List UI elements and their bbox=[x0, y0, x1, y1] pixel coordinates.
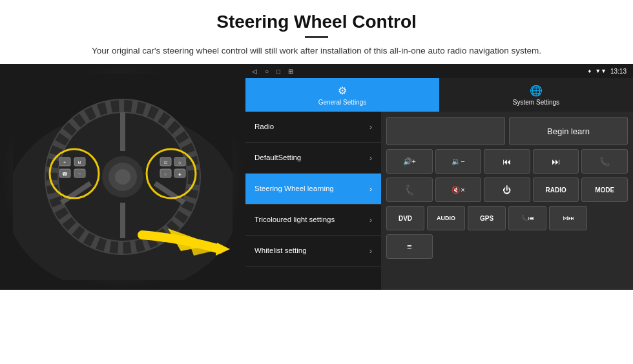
phone-button[interactable]: 📞 bbox=[581, 149, 628, 174]
svg-text:○: ○ bbox=[164, 172, 167, 176]
vol-down-button[interactable]: 🔉− bbox=[435, 149, 482, 174]
clock: 13:13 bbox=[610, 68, 627, 75]
location-icon: ♦ bbox=[588, 68, 592, 74]
steering-wheel-graphic: + M ☎ − ⊡ ◇ ○ ◈ bbox=[13, 74, 233, 280]
status-right: ♦ ▼▼ 13:13 bbox=[588, 68, 627, 75]
phone-prev-icon: 📞⏮ bbox=[521, 215, 534, 221]
tab-system[interactable]: 🌐 System Settings bbox=[439, 78, 633, 112]
power-button[interactable]: ⏻ bbox=[484, 177, 530, 202]
icon-row-4: ≡ bbox=[386, 234, 628, 259]
status-left: ◁ ○ □ ⊞ bbox=[252, 68, 293, 75]
svg-text:☎: ☎ bbox=[62, 172, 68, 176]
menu-whitelist-arrow: › bbox=[369, 247, 372, 256]
vol-up-icon: 🔊+ bbox=[403, 157, 416, 166]
subtitle: Your original car's steering wheel contr… bbox=[71, 45, 562, 57]
menu-steering-label: Steering Wheel learning bbox=[254, 184, 334, 194]
car-image-section: + M ☎ − ⊡ ◇ ○ ◈ bbox=[0, 64, 245, 290]
next-track-button[interactable]: ⏭ bbox=[533, 149, 579, 174]
next-track-icon: ⏭ bbox=[552, 157, 560, 167]
menu-steering-arrow: › bbox=[369, 185, 372, 194]
begin-learn-label: Begin learn bbox=[547, 126, 590, 136]
general-settings-icon: ⚙ bbox=[338, 85, 347, 97]
mode-btn[interactable]: MODE bbox=[581, 177, 628, 202]
vol-up-button[interactable]: 🔊+ bbox=[386, 149, 433, 174]
combo-next-button[interactable]: ⋈⏭ bbox=[549, 206, 587, 230]
home-nav-icon[interactable]: ○ bbox=[265, 68, 269, 75]
menu-default-arrow: › bbox=[369, 154, 372, 163]
prev-track-icon: ⏮ bbox=[503, 157, 511, 167]
audio-button[interactable]: AUDIO bbox=[427, 206, 465, 230]
menu-item-tricoloured[interactable]: Tricoloured light settings › bbox=[245, 205, 381, 236]
wifi-icon: ▼▼ bbox=[595, 68, 607, 74]
grid-nav-icon[interactable]: ⊞ bbox=[288, 68, 293, 75]
combo-icon: ⋈⏭ bbox=[563, 215, 574, 221]
svg-text:◇: ◇ bbox=[178, 161, 182, 165]
prev-track-button[interactable]: ⏮ bbox=[484, 149, 530, 174]
android-screen: ◁ ○ □ ⊞ ♦ ▼▼ 13:13 ⚙ General Settings bbox=[245, 64, 633, 290]
empty-display-box bbox=[386, 117, 505, 145]
mute-icon: 🔇× bbox=[451, 186, 464, 194]
right-panel: Begin learn 🔊+ 🔉− ⏮ bbox=[381, 112, 633, 290]
svg-text:M: M bbox=[78, 161, 81, 165]
svg-point-10 bbox=[115, 169, 130, 185]
gps-label: GPS bbox=[480, 215, 493, 222]
header-section: Steering Wheel Control Your original car… bbox=[0, 0, 633, 64]
audio-label: AUDIO bbox=[437, 215, 455, 221]
content-row: + M ☎ − ⊡ ◇ ○ ◈ bbox=[0, 64, 633, 364]
menu-whitelist-label: Whitelist setting bbox=[254, 246, 307, 256]
tab-bar: ⚙ General Settings 🌐 System Settings bbox=[245, 78, 633, 112]
dvd-button[interactable]: DVD bbox=[386, 206, 424, 230]
recent-nav-icon[interactable]: □ bbox=[276, 68, 280, 75]
top-row: Begin learn bbox=[386, 117, 628, 145]
menu-item-default[interactable]: DefaultSetting › bbox=[245, 143, 381, 174]
status-bar: ◁ ○ □ ⊞ ♦ ▼▼ 13:13 bbox=[245, 64, 633, 78]
menu-item-whitelist[interactable]: Whitelist setting › bbox=[245, 236, 381, 267]
list-icon: ≡ bbox=[407, 242, 412, 252]
answer-icon: 📞 bbox=[403, 183, 416, 196]
begin-learn-button[interactable]: Begin learn bbox=[509, 117, 628, 145]
radio-btn[interactable]: RADIO bbox=[533, 177, 579, 202]
mute-button[interactable]: 🔇× bbox=[435, 177, 482, 202]
icon-row-3: DVD AUDIO GPS 📞⏮ ⋈⏭ bbox=[386, 206, 628, 230]
menu-item-steering[interactable]: Steering Wheel learning › bbox=[245, 174, 381, 205]
system-settings-icon: 🌐 bbox=[530, 85, 543, 97]
page-container: Steering Wheel Control Your original car… bbox=[0, 0, 633, 364]
menu-tricoloured-label: Tricoloured light settings bbox=[254, 215, 335, 225]
phone-icon: 📞 bbox=[599, 157, 610, 167]
svg-text:+: + bbox=[63, 160, 66, 165]
page-title: Steering Wheel Control bbox=[39, 12, 594, 32]
menu-radio-arrow: › bbox=[369, 123, 372, 132]
icon-row-2: 📞 🔇× ⏻ RADIO MODE bbox=[386, 177, 628, 202]
dvd-label: DVD bbox=[399, 215, 412, 222]
radio-label: RADIO bbox=[545, 187, 566, 194]
icon-row-1: 🔊+ 🔉− ⏮ ⏭ 📞 bbox=[386, 149, 628, 174]
menu-tricoloured-arrow: › bbox=[369, 216, 372, 225]
tab-system-label: System Settings bbox=[513, 99, 559, 106]
answer-call-button[interactable]: 📞 bbox=[386, 177, 433, 202]
car-background: + M ☎ − ⊡ ◇ ○ ◈ bbox=[0, 64, 245, 290]
list-button[interactable]: ≡ bbox=[386, 234, 433, 259]
vol-down-icon: 🔉− bbox=[451, 157, 464, 166]
back-nav-icon[interactable]: ◁ bbox=[252, 68, 257, 75]
tab-general[interactable]: ⚙ General Settings bbox=[245, 78, 439, 112]
menu-radio-label: Radio bbox=[254, 122, 274, 132]
menu-item-radio[interactable]: Radio › bbox=[245, 112, 381, 143]
svg-text:−: − bbox=[78, 172, 81, 176]
title-divider bbox=[305, 36, 328, 38]
main-content: Radio › DefaultSetting › Steering Wheel … bbox=[245, 112, 633, 290]
power-icon: ⏻ bbox=[503, 185, 511, 195]
gps-button[interactable]: GPS bbox=[468, 206, 506, 230]
svg-text:◈: ◈ bbox=[178, 172, 182, 176]
menu-default-label: DefaultSetting bbox=[254, 153, 301, 163]
svg-text:⊡: ⊡ bbox=[164, 161, 167, 165]
left-menu: Radio › DefaultSetting › Steering Wheel … bbox=[245, 112, 381, 290]
phone-prev-button[interactable]: 📞⏮ bbox=[508, 206, 546, 230]
mode-label: MODE bbox=[595, 187, 614, 194]
tab-general-label: General Settings bbox=[318, 99, 367, 106]
